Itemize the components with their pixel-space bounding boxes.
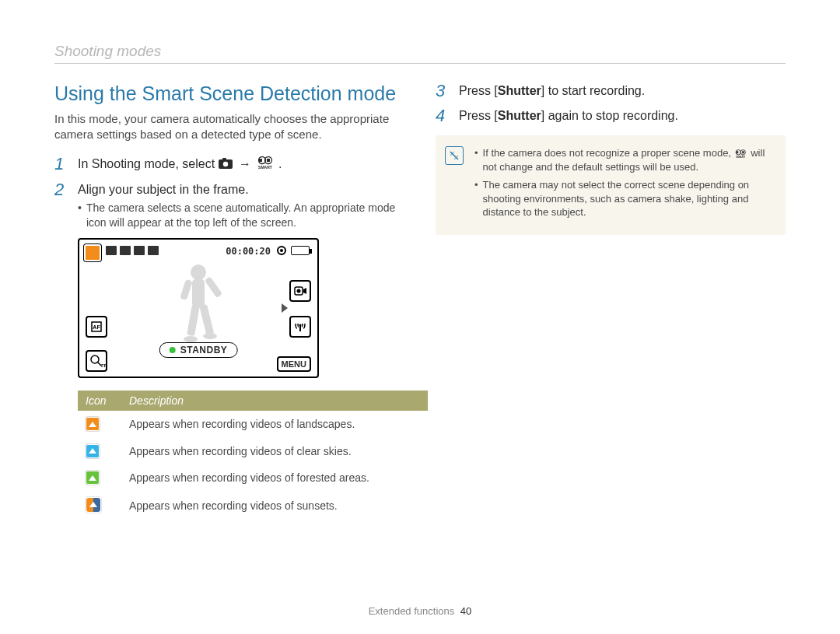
- svg-point-8: [191, 264, 206, 280]
- svg-text:FF: FF: [101, 363, 106, 368]
- note-2: The camera may not select the correct sc…: [483, 178, 773, 219]
- antenna-button: [289, 316, 311, 338]
- svg-text:SMART: SMART: [736, 156, 746, 159]
- chevron-right-icon: [282, 303, 288, 313]
- legend-desc: Appears when recording videos of sunsets…: [121, 491, 428, 520]
- smart-mode-icon: SMART: [734, 149, 748, 159]
- status-icon: [106, 246, 117, 255]
- legend-header-desc: Description: [121, 391, 428, 411]
- step-4-pre: Press [: [459, 109, 498, 122]
- legend-desc: Appears when recording videos of landsca…: [121, 411, 428, 438]
- table-row: Appears when recording videos of sunsets…: [78, 491, 428, 520]
- icon-legend-table: Icon Description Appears when recording …: [78, 391, 428, 521]
- step-3: 3 Press [Shutter] to start recording.: [436, 82, 786, 100]
- af-button: AF: [86, 316, 107, 338]
- step-number: 4: [436, 107, 450, 124]
- svg-point-17: [297, 289, 301, 292]
- landscape-icon: [86, 417, 100, 431]
- svg-rect-19: [299, 326, 301, 331]
- status-icons-row: [106, 246, 159, 255]
- svg-rect-13: [199, 304, 214, 336]
- camera-mode-icon: [219, 156, 233, 173]
- step-4-post: ] again to stop recording.: [541, 109, 678, 122]
- table-row: Appears when recording videos of foreste…: [78, 464, 428, 492]
- svg-point-15: [203, 333, 217, 339]
- svg-rect-12: [187, 304, 200, 336]
- svg-rect-1: [222, 158, 226, 160]
- shutter-label: Shutter: [498, 84, 541, 97]
- note-1a: If the camera does not recognize a prope…: [483, 147, 734, 159]
- menu-button: MENU: [277, 356, 311, 372]
- step-2: 2 Align your subject in the frame. • The…: [54, 181, 404, 230]
- step-1: 1 In Shooting mode, select → SMART .: [54, 156, 404, 173]
- svg-rect-9: [192, 278, 205, 308]
- svg-point-2: [222, 162, 227, 166]
- standby-label: STANDBY: [180, 345, 228, 356]
- step-1-post: .: [278, 157, 282, 170]
- bullet: •: [78, 201, 82, 230]
- forest-icon: [86, 471, 100, 485]
- step-3-pre: Press [: [459, 84, 498, 97]
- sunset-icon: [86, 497, 101, 513]
- legend-desc: Appears when recording videos of foreste…: [121, 464, 428, 492]
- recording-time: 00:00:20: [226, 246, 271, 257]
- note-box: If the camera does not recognize a prope…: [436, 135, 786, 235]
- record-indicator-icon: [277, 246, 286, 255]
- svg-text:AF: AF: [93, 324, 100, 330]
- step-4: 4 Press [Shutter] again to stop recordin…: [436, 107, 786, 124]
- page-number: 40: [460, 605, 471, 617]
- step-number: 2: [54, 181, 68, 230]
- step-2-text: Align your subject in the frame.: [78, 183, 249, 196]
- arrow-icon: →: [239, 157, 251, 170]
- standby-dot-icon: [170, 347, 176, 353]
- table-row: Appears when recording videos of clear s…: [78, 437, 428, 464]
- status-icon: [120, 246, 131, 255]
- status-icon: [134, 246, 145, 255]
- legend-header-icon: Icon: [78, 391, 121, 411]
- right-column: 3 Press [Shutter] to start recording. 4 …: [436, 82, 786, 520]
- battery-icon: [291, 246, 310, 255]
- page-footer: Extended functions 40: [0, 605, 840, 617]
- note-icon: [445, 146, 464, 165]
- svg-rect-5: [259, 159, 262, 162]
- breadcrumb-header: Shooting modes: [54, 43, 786, 64]
- subject-silhouette: [163, 261, 233, 347]
- step-number: 3: [436, 82, 450, 100]
- page-title: Using the Smart Scene Detection mode: [54, 82, 404, 105]
- camera-side-button: [289, 280, 311, 302]
- left-column: Using the Smart Scene Detection mode In …: [54, 82, 404, 520]
- svg-rect-10: [205, 276, 222, 298]
- scene-mode-icon: [84, 244, 101, 261]
- svg-rect-27: [736, 151, 738, 153]
- status-icon: [148, 246, 159, 255]
- svg-rect-6: [267, 159, 270, 162]
- off-button: FF: [86, 350, 107, 372]
- step-2-note: The camera selects a scene automatically…: [86, 201, 404, 230]
- shutter-label: Shutter: [498, 109, 541, 122]
- sky-icon: [86, 444, 100, 458]
- table-row: Appears when recording videos of landsca…: [78, 411, 428, 438]
- smart-mode-icon: SMART: [257, 156, 275, 173]
- step-number: 1: [54, 156, 68, 173]
- svg-point-14: [184, 336, 198, 342]
- camera-screenshot: 00:00:20: [78, 238, 319, 378]
- legend-desc: Appears when recording videos of clear s…: [121, 437, 428, 464]
- svg-rect-28: [742, 151, 744, 153]
- step-1-pre: In Shooting mode, select: [78, 157, 219, 170]
- standby-indicator: STANDBY: [159, 342, 238, 358]
- intro-text: In this mode, your camera automatically …: [54, 111, 404, 142]
- svg-text:SMART: SMART: [259, 164, 273, 169]
- svg-rect-11: [180, 279, 193, 301]
- footer-section: Extended functions: [369, 605, 455, 617]
- step-3-post: ] to start recording.: [541, 84, 645, 97]
